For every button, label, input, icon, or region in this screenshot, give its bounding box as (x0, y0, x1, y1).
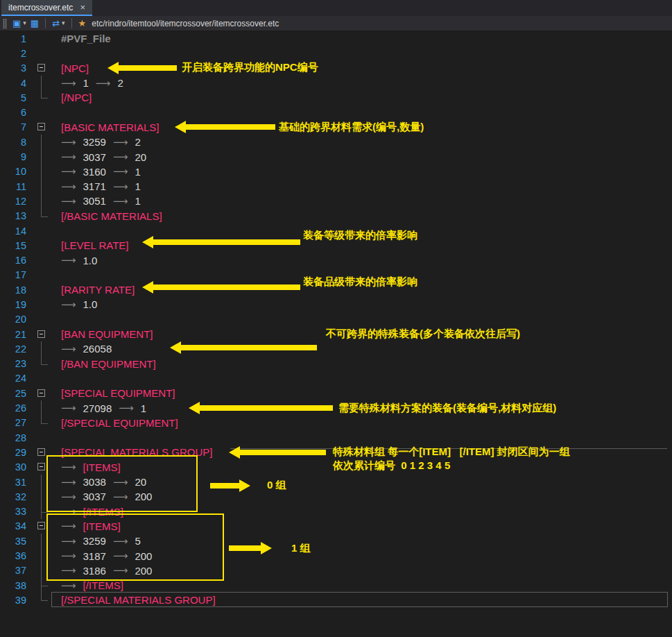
token-val: 27098 (83, 402, 112, 414)
code-line[interactable]: 5[/NPC] (0, 90, 672, 105)
fold-toggle-icon[interactable] (31, 61, 49, 76)
file-type-icon: ★ (78, 19, 87, 28)
code-line[interactable]: 31⟶3038⟶20 (0, 475, 672, 489)
token-tag: [/ITEMS] (83, 579, 123, 591)
code-line[interactable]: 33⟶[/ITEMS] (0, 504, 672, 519)
fold-toggle-icon[interactable] (31, 120, 49, 135)
code-line[interactable]: 34⟶[ITEMS] (0, 519, 672, 534)
editor[interactable]: 1#PVF_File23[NPC]4⟶1⟶25[/NPC]67[BASIC MA… (0, 31, 672, 637)
code-line[interactable]: 19⟶1.0 (0, 297, 672, 312)
code-line[interactable]: 9⟶3037⟶20 (0, 149, 672, 164)
line-number: 4 (0, 78, 31, 89)
fold-guide (31, 282, 49, 297)
code-line[interactable]: 7[BASIC MATERIALS] (0, 120, 672, 135)
code-text: ⟶[/ITEMS] (49, 579, 123, 592)
code-line[interactable]: 38⟶[/ITEMS] (0, 578, 672, 593)
code-line[interactable]: 21[BAN EQUIPMENT] (0, 327, 672, 341)
fold-toggle-icon[interactable] (31, 445, 49, 459)
code-line[interactable]: 2 (0, 46, 672, 60)
fold-toggle-icon[interactable] (31, 460, 49, 475)
tab-arrow-icon: ⟶ (96, 77, 111, 90)
collapse-minus-icon[interactable] (37, 330, 45, 338)
fold-toggle-icon[interactable] (31, 519, 49, 534)
code-line[interactable]: 22⟶26058 (0, 341, 672, 356)
copy-window-icon[interactable]: ▦ (31, 19, 39, 28)
chevron-down-icon[interactable]: ▾ (62, 20, 65, 26)
code-line[interactable]: 25[SPECIAL EQUIPMENT] (0, 386, 672, 400)
tab-arrow-icon: ⟶ (61, 476, 76, 489)
transfer-icon[interactable]: ⇄ (52, 19, 60, 28)
code-line[interactable]: 16⟶1.0 (0, 253, 672, 267)
fold-toggle-icon[interactable] (31, 327, 49, 341)
code-line[interactable]: 8⟶3259⟶2 (0, 135, 672, 149)
fold-guide (31, 489, 49, 504)
fold-guide (31, 400, 49, 415)
code-line[interactable]: 10⟶3160⟶1 (0, 164, 672, 179)
code-text: ⟶3186⟶200 (49, 564, 159, 577)
collapse-minus-icon[interactable] (37, 448, 45, 456)
tab-arrow-icon: ⟶ (61, 579, 76, 592)
open-window-icon[interactable]: ▣ (12, 19, 21, 28)
token-val: 1 (141, 402, 146, 414)
token-val: 3171 (83, 180, 106, 192)
collapse-minus-icon[interactable] (37, 522, 45, 529)
code-line[interactable]: 32⟶3037⟶200 (0, 489, 672, 504)
fold-guide (31, 223, 49, 238)
code-line[interactable]: 13[/BASIC MATERIALS] (0, 209, 672, 223)
fold-guide (31, 312, 49, 327)
collapse-minus-icon[interactable] (37, 123, 45, 130)
fold-guide (31, 297, 49, 312)
chevron-down-icon[interactable]: ▾ (23, 20, 26, 26)
code-line[interactable]: 18[RARITY RATE] (0, 282, 672, 297)
token-val: 1 (135, 180, 140, 192)
tab-arrow-icon: ⟶ (61, 520, 76, 532)
token-tag: [SPECIAL MATERIALS GROUP] (61, 446, 212, 458)
line-number: 14 (0, 226, 31, 237)
code-line[interactable]: 23[/BAN EQUIPMENT] (0, 357, 672, 371)
code-text: [/NPC] (49, 92, 92, 103)
line-number: 6 (0, 107, 31, 118)
code-line[interactable]: 20 (0, 312, 672, 327)
tab-itemcrossover[interactable]: itemcrossover.etc × (1, 0, 92, 16)
line-number: 8 (0, 137, 31, 148)
code-line[interactable]: 4⟶1⟶2 (0, 76, 672, 90)
collapse-minus-icon[interactable] (37, 463, 45, 470)
code-line[interactable]: 1#PVF_File (0, 31, 672, 46)
fold-guide (31, 593, 49, 607)
code-line[interactable]: 37⟶3186⟶200 (0, 563, 672, 578)
code-line[interactable]: 17 (0, 268, 672, 282)
collapse-minus-icon[interactable] (37, 389, 45, 397)
code-text: ⟶3037⟶200 (49, 491, 159, 503)
fold-guide (31, 371, 49, 386)
token-val: 1 (135, 195, 140, 207)
collapse-minus-icon[interactable] (37, 64, 45, 71)
code-line[interactable]: 27[/SPECIAL EQUIPMENT] (0, 416, 672, 430)
code-line[interactable]: 6 (0, 105, 672, 119)
code-line[interactable]: 29[SPECIAL MATERIALS GROUP] (0, 445, 672, 459)
code-line[interactable]: 12⟶3051⟶1 (0, 194, 672, 208)
code-line[interactable]: 24 (0, 371, 672, 386)
code-line[interactable]: 35⟶3259⟶5 (0, 534, 672, 548)
line-number: 5 (0, 92, 31, 103)
code-line[interactable]: 39[/SPECIAL MATERIALS GROUP] (0, 593, 672, 607)
code-line[interactable]: 14 (0, 223, 672, 238)
token-tag: [/SPECIAL EQUIPMENT] (61, 417, 178, 429)
code-line[interactable]: 26⟶27098⟶1 (0, 400, 672, 415)
fold-guide (31, 430, 49, 445)
close-icon[interactable]: × (80, 2, 85, 12)
file-path: etc/rindro/itemtool/itemcrossover/itemcr… (92, 19, 279, 28)
line-number: 29 (0, 447, 31, 458)
tab-arrow-icon: ⟶ (61, 180, 76, 193)
code-line[interactable]: 28 (0, 430, 672, 445)
code-line[interactable]: 11⟶3171⟶1 (0, 179, 672, 194)
code-line[interactable]: 36⟶3187⟶200 (0, 548, 672, 563)
toolbar-grip[interactable] (3, 19, 7, 28)
token-val: 3051 (83, 195, 106, 207)
line-number: 1 (0, 33, 31, 44)
code-line[interactable]: 3[NPC] (0, 61, 672, 76)
code-text: ⟶3037⟶20 (49, 151, 153, 163)
token-tag: [ITEMS] (83, 520, 121, 532)
code-line[interactable]: 30⟶[ITEMS] (0, 460, 672, 475)
fold-toggle-icon[interactable] (31, 386, 49, 400)
code-line[interactable]: 15[LEVEL RATE] (0, 238, 672, 253)
